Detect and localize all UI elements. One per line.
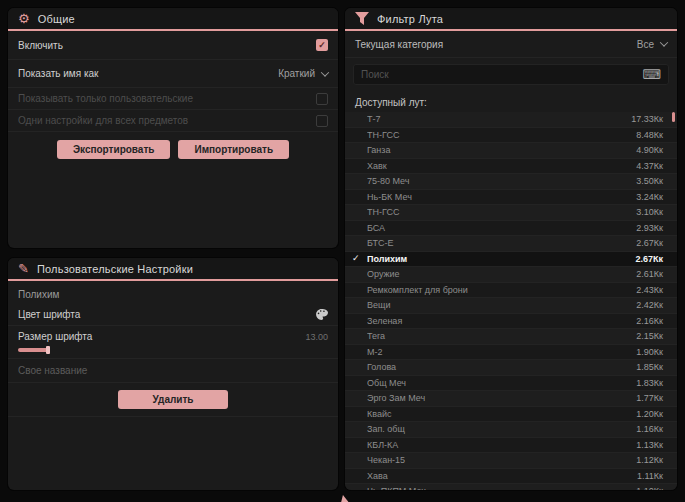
loot-row[interactable]: ✓ 75-80 Меч 3.50Кк [345,174,677,190]
same-settings-row: Одни настройки для всех предметов [8,110,338,132]
loot-name: БСА [367,223,636,233]
export-button[interactable]: Экспортировать [57,140,171,159]
slider-handle[interactable] [46,346,50,354]
import-button[interactable]: Импортировать [178,140,289,159]
loot-value: 1.13Кк [636,440,663,450]
loot-filter-title: Фильтр Лута [377,13,443,25]
loot-row[interactable]: ✓ КБЛ-КА 1.13Кк [345,438,677,454]
loot-value: 1.20Кк [636,409,663,419]
mouse-cursor [338,494,350,502]
loot-row[interactable]: ✓ Общ Меч 1.83Кк [345,376,677,392]
loot-name: Полихим [367,254,635,264]
category-value: Все [637,39,654,50]
slider-fill [18,348,48,352]
show-name-dropdown[interactable]: Краткий [278,68,328,79]
loot-row[interactable]: ✓ Зеленая 2.16Кк [345,314,677,330]
left-column: ⚙ Общие Включить ✓ Показать имя как Крат… [8,8,338,494]
custom-name-input[interactable] [8,359,338,383]
loot-value: 2.43Кк [636,285,663,295]
loot-row[interactable]: ✓ Квайс 1.20Кк [345,407,677,423]
loot-row[interactable]: ✓ Нь-БК Меч 3.24Кк [345,190,677,206]
loot-row[interactable]: ✓ Эрго Зам Меч 1.77Кк [345,391,677,407]
loot-value: 2.93Кк [636,223,663,233]
loot-name: ТН-ГСС [367,130,636,140]
general-panel-header: ⚙ Общие [8,8,338,31]
loot-value: 2.67Кк [635,254,663,264]
loot-name: ТН-ГСС [367,207,636,217]
loot-row[interactable]: ✓ БТС-Е 2.67Кк [345,236,677,252]
category-row: Текущая категория Все [345,31,677,58]
loot-value: 1.12Кк [636,455,663,465]
loot-value: 1.16Кк [636,424,663,434]
search-input[interactable] [361,69,642,80]
delete-button[interactable]: Удалить [118,390,227,409]
loot-name: Нь-БК Меч [367,192,636,202]
loot-row[interactable]: ✓ Ганза 4.90Кк [345,143,677,159]
loot-name: Тега [367,331,636,341]
loot-name: БТС-Е [367,238,636,248]
loot-name: Эрго Зам Меч [367,393,636,403]
loot-row[interactable]: ✓ ТН-ГСС 3.10Кк [345,205,677,221]
palette-icon[interactable] [315,308,328,321]
scrollbar-thumb[interactable] [672,112,675,122]
loot-row[interactable]: ✓ Хава 1.11Кк [345,469,677,485]
enable-row: Включить ✓ [8,31,338,60]
loot-row[interactable]: ✓ Зап. общ 1.16Кк [345,422,677,438]
loot-list: ✓ Т-7 17.33Кк ✓ ТН-ГСС 8.48Кк ✓ Ганза 4.… [345,112,677,490]
loot-value: 17.33Кк [631,114,663,124]
loot-name: Квайс [367,409,636,419]
loot-filter-panel: Фильтр Лута Текущая категория Все ⌨ Дост… [345,8,677,490]
loot-name: Зап. общ [367,424,636,434]
loot-name: Оружие [367,269,636,279]
loot-row[interactable]: ✓ ТН-ГСС 8.48Кк [345,128,677,144]
chevron-down-icon [321,68,329,76]
loot-row[interactable]: ✓ М-2 1.90Кк [345,345,677,361]
loot-value: 1.11Кк [637,471,663,481]
loot-name: Общ Меч [367,378,636,388]
loot-value: 1.85Кк [636,362,663,372]
loot-value: 1.77Кк [636,393,663,403]
loot-value: 1.90Кк [636,347,663,357]
loot-row[interactable]: ✓ Чекан-15 1.12Кк [345,453,677,469]
category-label: Текущая категория [355,39,443,50]
loot-name: Чь-ПКПМ Меч [367,486,636,490]
font-color-row[interactable]: Цвет шрифта [8,304,338,326]
custom-settings-header: ✎ Пользовательские Настройки [8,258,338,281]
custom-settings-title: Пользовательские Настройки [37,263,193,275]
loot-row[interactable]: ✓ Тега 2.15Кк [345,329,677,345]
loot-row[interactable]: ✓ Хавк 4.37Кк [345,159,677,175]
keyboard-icon[interactable]: ⌨ [642,68,661,81]
page: ⚙ Общие Включить ✓ Показать имя как Крат… [0,0,685,502]
loot-row[interactable]: ✓ Полихим 2.67Кк [345,252,677,268]
custom-settings-panel: ✎ Пользовательские Настройки Полихим Цве… [8,258,338,490]
loot-row[interactable]: ✓ Голова 1.85Кк [345,360,677,376]
loot-name: Чекан-15 [367,455,636,465]
loot-row[interactable]: ✓ Вещи 2.42Кк [345,298,677,314]
loot-row[interactable]: ✓ Чь-ПКПМ Меч 1.10Кк [345,484,677,490]
loot-row[interactable]: ✓ Оружие 2.61Кк [345,267,677,283]
loot-value: 2.15Кк [636,331,663,341]
loot-row[interactable]: ✓ Ремкомплект для брони 2.43Кк [345,283,677,299]
enable-checkbox[interactable]: ✓ [316,39,328,51]
only-custom-row: Показывать только пользовательские [8,88,338,110]
loot-name: Ремкомплект для брони [367,285,636,295]
loot-row[interactable]: ✓ БСА 2.93Кк [345,221,677,237]
loot-name: КБЛ-КА [367,440,636,450]
font-size-slider[interactable] [18,344,328,356]
loot-name: 75-80 Меч [367,176,636,186]
only-custom-checkbox[interactable] [316,93,328,105]
funnel-icon [355,12,369,25]
loot-value: 3.50Кк [636,176,663,186]
general-panel: ⚙ Общие Включить ✓ Показать имя как Крат… [8,8,338,248]
loot-name: Вещи [367,300,636,310]
same-settings-checkbox[interactable] [316,115,328,127]
loot-name: Зеленая [367,316,636,326]
loot-name: Хава [367,471,637,481]
loot-row[interactable]: ✓ Т-7 17.33Кк [345,112,677,128]
category-dropdown[interactable]: Все [637,39,667,50]
loot-value: 2.42Кк [636,300,663,310]
show-name-row: Показать имя как Краткий [8,60,338,88]
loot-name: Ганза [367,145,636,155]
general-panel-title: Общие [38,13,75,25]
chevron-down-icon [660,38,668,46]
